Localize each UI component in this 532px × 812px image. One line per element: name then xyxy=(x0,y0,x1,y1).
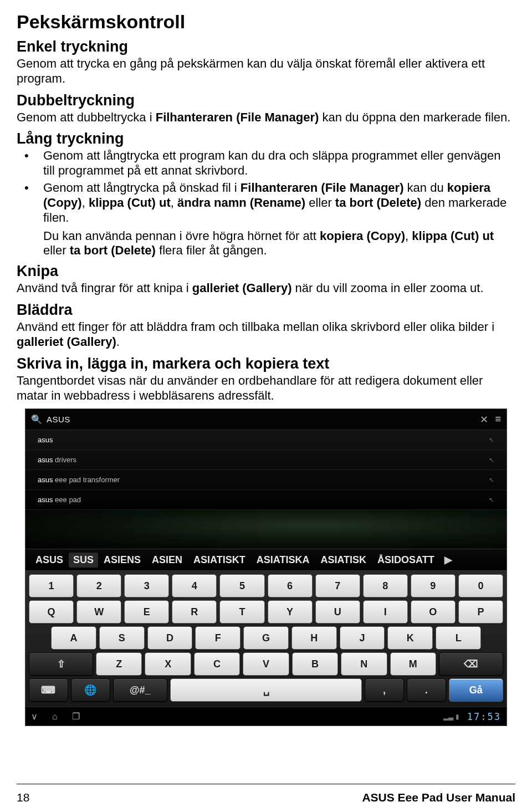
keyboard-key[interactable]: V xyxy=(243,652,289,676)
keyboard-key[interactable]: G xyxy=(243,626,289,650)
keyboard-key[interactable]: 2 xyxy=(76,574,121,597)
keyboard-key[interactable]: N xyxy=(341,652,387,676)
prediction-item[interactable]: SUS xyxy=(69,553,98,568)
space-key[interactable]: ␣ xyxy=(170,678,362,702)
keyboard-key[interactable]: T xyxy=(219,600,264,624)
insert-arrow-icon[interactable]: ↖ xyxy=(489,496,494,504)
suggestion-item[interactable]: asus↖ xyxy=(25,430,507,450)
bold-andra-namn: ändra namn (Rename) xyxy=(177,196,305,210)
bold-klippa: klippa (Cut) ut xyxy=(89,196,171,210)
keyboard-key[interactable]: C xyxy=(194,652,240,676)
keyboard-key[interactable]: Q xyxy=(29,600,74,624)
comma-key[interactable]: , xyxy=(365,678,404,702)
back-button[interactable]: ∨ xyxy=(31,711,38,722)
heading-lang-tryckning: Lång tryckning xyxy=(17,130,515,147)
keyboard-key[interactable]: R xyxy=(172,600,217,624)
prediction-item[interactable]: ASIATISKA xyxy=(251,554,315,566)
keyboard-key[interactable]: D xyxy=(147,626,193,650)
keyboard-key[interactable]: M xyxy=(390,652,436,676)
search-bar[interactable]: 🔍 ASUS ✕ ≡ xyxy=(25,409,507,430)
heading-knipa: Knipa xyxy=(17,263,515,280)
keyboard-key[interactable]: 9 xyxy=(411,574,456,597)
keyboard-key[interactable]: 8 xyxy=(363,574,408,597)
heading-bladdra: Bläddra xyxy=(17,302,515,319)
prediction-bar[interactable]: ASUSSUSASIENSASIENASIATISKTASIATISKAASIA… xyxy=(25,549,507,571)
bullet-lang-1: Genom att långtrycka ett program kan du … xyxy=(17,149,515,178)
insert-arrow-icon[interactable]: ↖ xyxy=(489,456,494,464)
signal-icon: ▂▃ xyxy=(443,713,453,721)
search-icon: 🔍 xyxy=(31,414,42,425)
text-fragment: Genom att dubbeltrycka i xyxy=(17,110,156,124)
system-navbar[interactable]: ∨ ⌂ ❐ ▂▃ ▮ 17:53 xyxy=(25,707,507,726)
bold-filhanteraren: Filhanteraren (File Manager) xyxy=(156,110,319,124)
keyboard-key[interactable]: K xyxy=(387,626,433,650)
keyboard-key[interactable]: Z xyxy=(96,652,142,676)
body-skriva: Tangentbordet visas när du använder en o… xyxy=(17,374,515,404)
on-screen-keyboard[interactable]: 1234567890 QWERTYUIOP ASDFGHJKL ⇧ZXCVBNM… xyxy=(25,571,507,707)
text-fragment: kan du xyxy=(403,181,447,195)
keyboard-key[interactable]: 3 xyxy=(124,574,169,597)
prediction-item[interactable]: ASIATISKT xyxy=(188,554,251,566)
keyboard-key[interactable]: A xyxy=(51,626,96,650)
more-predictions-icon[interactable]: ▶ xyxy=(440,554,458,566)
bold-kopiera: kopiera (Copy) xyxy=(320,229,405,243)
shift-key[interactable]: ⇧ xyxy=(29,652,93,676)
manual-title: ASUS Eee Pad User Manual xyxy=(362,791,515,804)
keyboard-key[interactable]: F xyxy=(195,626,241,650)
keyboard-key[interactable]: 5 xyxy=(219,574,264,597)
insert-arrow-icon[interactable]: ↖ xyxy=(489,436,494,444)
keyboard-key[interactable]: U xyxy=(315,600,360,624)
keyboard-key[interactable]: J xyxy=(340,626,385,650)
wallpaper-area xyxy=(25,510,507,549)
insert-arrow-icon[interactable]: ↖ xyxy=(489,476,494,484)
keyboard-key[interactable]: E xyxy=(124,600,169,624)
prediction-item[interactable]: ÅSIDOSATT xyxy=(372,554,440,566)
body-bladdra: Använd ett finger för att bläddra fram o… xyxy=(17,320,515,350)
recent-apps-button[interactable]: ❐ xyxy=(72,711,80,722)
prediction-item[interactable]: ASUS xyxy=(30,554,69,566)
keyboard-key[interactable]: 0 xyxy=(458,574,503,597)
bold-ta-bort: ta bort (Delete) xyxy=(335,196,421,210)
menu-icon[interactable]: ≡ xyxy=(495,413,501,425)
backspace-key[interactable]: ⌫ xyxy=(439,652,503,676)
suggestion-item[interactable]: asus drivers↖ xyxy=(25,450,507,470)
prediction-item[interactable]: ASIEN xyxy=(146,554,188,566)
prediction-item[interactable]: ASIATISK xyxy=(315,554,372,566)
body-knipa: Använd två fingrar för att knipa i galle… xyxy=(17,281,515,296)
keyboard-settings-key[interactable]: ⌨ xyxy=(29,678,68,702)
search-query[interactable]: ASUS xyxy=(47,415,480,424)
keyboard-key[interactable]: Y xyxy=(268,600,313,624)
period-key[interactable]: . xyxy=(407,678,446,702)
text-fragment: , xyxy=(82,196,89,210)
prediction-item[interactable]: ASIENS xyxy=(98,554,146,566)
keyboard-key[interactable]: I xyxy=(363,600,408,624)
suggestion-item[interactable]: asus eee pad transformer↖ xyxy=(25,470,507,490)
clear-icon[interactable]: ✕ xyxy=(480,413,488,426)
suggestion-item[interactable]: asus eee pad↖ xyxy=(25,490,507,510)
keyboard-key[interactable]: W xyxy=(76,600,121,624)
globe-key[interactable]: 🌐 xyxy=(71,678,110,702)
keyboard-key[interactable]: X xyxy=(145,652,191,676)
keyboard-key[interactable]: 7 xyxy=(315,574,360,597)
heading-skriva: Skriva in, lägga in, markera och kopiera… xyxy=(17,355,515,372)
keyboard-key[interactable]: P xyxy=(458,600,503,624)
keyboard-key[interactable]: 1 xyxy=(29,574,74,597)
keyboard-key[interactable]: 4 xyxy=(172,574,217,597)
suggestion-list: asus↖asus drivers↖asus eee pad transform… xyxy=(25,430,507,510)
text-fragment: eller xyxy=(43,243,70,257)
text-fragment: Använd två fingrar för att knipa i xyxy=(17,281,192,295)
text-fragment: , xyxy=(171,196,177,210)
keyboard-key[interactable]: 6 xyxy=(268,574,313,597)
keyboard-key[interactable]: S xyxy=(99,626,145,650)
text-fragment: eller xyxy=(305,196,335,210)
keyboard-key[interactable]: B xyxy=(292,652,338,676)
home-button[interactable]: ⌂ xyxy=(52,712,58,722)
keyboard-key[interactable]: O xyxy=(411,600,456,624)
keyboard-key[interactable]: L xyxy=(436,626,481,650)
battery-icon: ▮ xyxy=(456,713,459,721)
bold-galleriet: galleriet (Gallery) xyxy=(192,281,292,295)
text-fragment: Du kan använda pennan i övre högra hörne… xyxy=(43,229,320,243)
go-key[interactable]: Gå xyxy=(449,678,503,702)
symbols-key[interactable]: @#_ xyxy=(113,678,167,702)
keyboard-key[interactable]: H xyxy=(291,626,337,650)
